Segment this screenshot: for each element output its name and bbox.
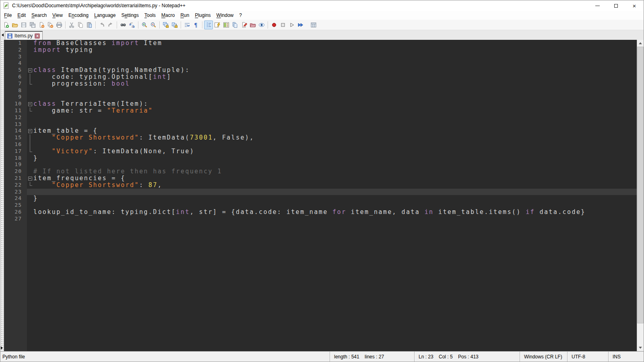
tab-close-button[interactable]: × (35, 33, 40, 39)
print-button[interactable] (55, 21, 64, 29)
sync-horizontal-button[interactable] (170, 21, 179, 29)
paste-button[interactable] (85, 21, 94, 29)
line-number: 9 (4, 94, 27, 101)
menu-[interactable]: ? (236, 11, 245, 19)
fold-margin (27, 87, 33, 94)
function-list-button[interactable] (213, 21, 222, 29)
folder-as-workspace-button[interactable] (248, 21, 257, 29)
code-line: 6 code: typing.Optional[int] (4, 74, 637, 80)
close-all-button[interactable] (46, 21, 55, 29)
code-line: 5class ItemData(typing.NamedTuple): (4, 67, 637, 74)
tab-items-py[interactable]: Items.py × (5, 31, 43, 40)
stop-macro-button[interactable] (279, 21, 287, 29)
menu-plugins[interactable]: Plugins (192, 11, 213, 19)
chevron-left-icon (2, 33, 4, 37)
replace-button[interactable]: ab (128, 21, 136, 29)
word-wrap-button[interactable] (183, 21, 192, 29)
maximize-button[interactable] (607, 0, 625, 11)
cut-button[interactable] (67, 21, 76, 29)
code-text: "Victory": ItemData(None, True) (33, 148, 637, 155)
show-all-characters-button[interactable]: ¶ (192, 21, 200, 29)
status-eol-format[interactable]: Windows (CR LF) (520, 352, 567, 362)
scrollbar-thumb[interactable] (637, 47, 644, 323)
line-number: 20 (4, 168, 27, 175)
open-file-button[interactable] (10, 21, 19, 29)
docked-panel-splitter[interactable] (0, 40, 4, 351)
menu-edit[interactable]: Edit (14, 11, 29, 19)
document-switcher-button[interactable] (231, 21, 239, 29)
redo-icon (107, 22, 114, 28)
toolbar-separator (181, 21, 181, 29)
play-macro-button[interactable] (287, 21, 296, 29)
menu-file[interactable]: File (1, 11, 14, 19)
record-macro-icon (271, 22, 277, 28)
close-button[interactable]: × (625, 0, 644, 11)
menu-macro[interactable]: Macro (159, 11, 178, 19)
fold-collapse-button[interactable] (27, 67, 33, 74)
menu-view[interactable]: View (50, 11, 66, 19)
menu-run[interactable]: Run (178, 11, 192, 19)
code-line: 19 (4, 161, 637, 168)
menu-search[interactable]: Search (29, 11, 50, 19)
find-button[interactable] (119, 21, 128, 29)
view-document-button[interactable] (257, 21, 266, 29)
status-encoding[interactable]: UTF-8 (567, 352, 608, 362)
run-macro-multiple-button[interactable] (296, 21, 305, 29)
indent-guide-button[interactable] (204, 21, 213, 29)
indent-guide-icon (205, 22, 212, 28)
minimize-button[interactable] (588, 0, 607, 11)
scroll-up-button[interactable] (637, 40, 644, 47)
fold-margin (27, 161, 33, 168)
redo-button[interactable] (106, 21, 115, 29)
fold-margin (27, 209, 33, 216)
fold-margin (27, 80, 33, 87)
fold-collapse-button[interactable] (27, 175, 33, 182)
code-line: 7 progression: bool (4, 80, 637, 87)
code-text: import typing (33, 47, 637, 53)
record-macro-button[interactable] (270, 21, 279, 29)
code-editor[interactable]: 1from BaseClasses import Item2import typ… (4, 40, 637, 351)
edit-marker-button[interactable] (239, 21, 248, 29)
status-insert-mode[interactable]: INS (608, 352, 644, 362)
menu-window[interactable]: Window (214, 11, 237, 19)
menu-tools[interactable]: Tools (142, 11, 159, 19)
toolbar-separator (268, 21, 268, 29)
menu-encoding[interactable]: Encoding (66, 11, 91, 19)
code-line: 2import typing (4, 47, 637, 53)
fold-margin (27, 195, 33, 202)
code-line: 4 (4, 60, 637, 67)
document-map-button[interactable] (222, 21, 231, 29)
scroll-down-button[interactable] (637, 344, 644, 351)
code-text: "Copper Shortsword": ItemData(73001, Fal… (33, 134, 637, 141)
save-macro-icon (310, 22, 317, 28)
zoom-out-button[interactable] (149, 21, 158, 29)
line-number: 11 (4, 107, 27, 114)
find-icon (120, 22, 126, 28)
tab-scroll-left-button[interactable] (0, 30, 5, 40)
scrollbar-track[interactable] (637, 47, 644, 344)
editor-empty-area (4, 222, 637, 351)
close-file-button[interactable] (37, 21, 46, 29)
menu-language[interactable]: Language (91, 11, 118, 19)
undo-button[interactable] (97, 21, 106, 29)
zoom-in-button[interactable] (140, 21, 149, 29)
svg-text:¶: ¶ (194, 22, 198, 28)
save-file-button[interactable] (19, 21, 28, 29)
save-all-button[interactable] (28, 21, 37, 29)
menu-settings[interactable]: Settings (118, 11, 141, 19)
function-list-icon (214, 22, 221, 28)
sync-vertical-button[interactable] (161, 21, 170, 29)
fold-collapse-button[interactable] (27, 128, 33, 134)
line-number: 24 (4, 195, 27, 202)
code-text (33, 216, 637, 222)
code-text: item_table = { (33, 128, 637, 134)
menu-bar: FileEditSearchViewEncodingLanguageSettin… (0, 11, 644, 20)
fold-collapse-button[interactable] (27, 101, 33, 107)
fold-margin (27, 168, 33, 175)
new-file-button[interactable] (2, 21, 10, 29)
vertical-scrollbar[interactable] (637, 40, 644, 351)
copy-button[interactable] (76, 21, 85, 29)
save-macro-button[interactable] (309, 21, 318, 29)
sync-vertical-icon (163, 22, 169, 28)
code-line: 17 "Victory": ItemData(None, True) (4, 148, 637, 155)
